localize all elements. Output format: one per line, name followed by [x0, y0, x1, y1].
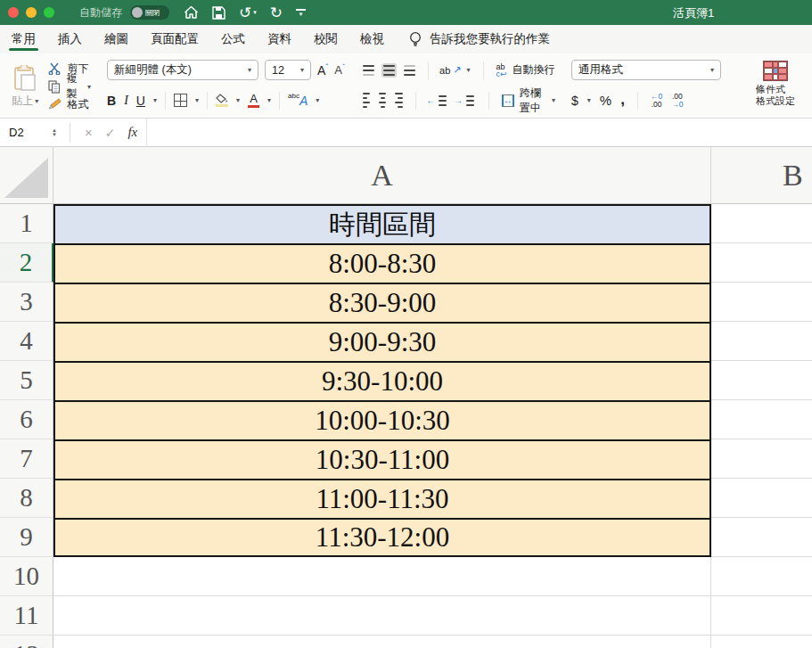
chevron-down-icon[interactable]: ▾: [195, 96, 199, 104]
cell-a8[interactable]: 11:00-11:30: [55, 480, 709, 520]
row-header-7[interactable]: 7: [0, 439, 53, 479]
name-box-spinner[interactable]: ▲▼: [52, 128, 57, 137]
cell-a1[interactable]: 時間區間: [55, 206, 709, 245]
redo-button[interactable]: ↻: [270, 5, 283, 21]
tab-view[interactable]: 檢視: [359, 26, 385, 53]
autosave-toggle[interactable]: 關閉: [130, 5, 169, 20]
number-group: 通用格式 ▾ $ ▾ % , ←0.00 .00→0: [571, 58, 721, 115]
chevron-down-icon[interactable]: ▾: [153, 96, 157, 104]
cell-a9[interactable]: 11:30-12:00: [55, 520, 709, 555]
paste-button[interactable]: 貼上▾: [7, 58, 43, 115]
select-all-corner[interactable]: [0, 147, 53, 204]
font-size-select[interactable]: 12 ▾: [265, 60, 311, 80]
align-right-button[interactable]: [393, 91, 404, 110]
cell-a2[interactable]: 8:00-8:30: [55, 245, 709, 284]
column-header-a[interactable]: A: [53, 147, 710, 204]
formula-input[interactable]: [146, 119, 812, 146]
italic-button[interactable]: I: [124, 94, 128, 108]
align-left-button[interactable]: [361, 91, 372, 110]
chevron-down-icon[interactable]: ▾: [316, 96, 319, 104]
ribbon-display-options-icon[interactable]: ▾: [296, 9, 306, 16]
gridline-row[interactable]: [53, 557, 812, 596]
chevron-down-icon[interactable]: ▾: [587, 96, 591, 104]
font-color-icon[interactable]: A: [248, 93, 259, 108]
zoom-window-button[interactable]: [44, 7, 54, 18]
cell-area: 時間區間 8:00-8:30 8:30-9:00 9:00-9:30 9:30-…: [53, 204, 812, 648]
number-format-select[interactable]: 通用格式 ▾: [571, 60, 721, 80]
percent-format-button[interactable]: %: [600, 93, 611, 108]
cell-a5[interactable]: 9:30-10:00: [55, 363, 709, 402]
currency-format-button[interactable]: $: [571, 94, 578, 108]
chevron-down-icon[interactable]: ▾: [467, 66, 471, 74]
enter-icon[interactable]: ✓: [105, 126, 116, 140]
comma-format-button[interactable]: ,: [620, 97, 625, 103]
tab-page-layout[interactable]: 頁面配置: [150, 26, 200, 53]
increase-font-size-button[interactable]: Aˆ: [317, 62, 328, 78]
cell-a3[interactable]: 8:30-9:00: [55, 284, 709, 324]
window-controls: [8, 7, 54, 18]
undo-button[interactable]: ↺▾: [239, 5, 257, 21]
tab-data[interactable]: 資料: [267, 26, 292, 53]
decrease-indent-button[interactable]: ←: [426, 94, 448, 108]
cell-a4[interactable]: 9:00-9:30: [55, 324, 709, 363]
row-header-8[interactable]: 8: [0, 479, 53, 518]
decrease-font-size-button[interactable]: Aˇ: [334, 62, 345, 77]
ribbon-tab-bar: 常用 插入 繪圖 頁面配置 公式 資料 校閱 檢視 告訴我您要執行的作業: [0, 25, 812, 53]
tab-home[interactable]: 常用: [11, 26, 37, 53]
increase-decimal-button[interactable]: ←0.00: [651, 93, 662, 109]
cancel-icon[interactable]: ×: [85, 125, 93, 140]
gridline-row[interactable]: [53, 596, 812, 636]
row-header-2[interactable]: 2: [0, 243, 53, 283]
insert-function-icon[interactable]: fx: [127, 125, 137, 140]
row-header-3[interactable]: 3: [0, 283, 53, 322]
tab-formulas[interactable]: 公式: [220, 26, 246, 53]
row-header-6[interactable]: 6: [0, 400, 53, 439]
tab-draw[interactable]: 繪圖: [103, 26, 129, 53]
format-painter-button[interactable]: 格式: [48, 95, 91, 113]
underline-button[interactable]: U: [136, 94, 145, 108]
wrap-text-icon: abc↩: [496, 63, 507, 78]
align-bottom-button[interactable]: [402, 63, 417, 78]
document-title: 活頁簿1: [673, 5, 714, 21]
cell-a6[interactable]: 10:00-10:30: [55, 402, 709, 441]
text-orientation-button[interactable]: ab↗: [439, 64, 461, 76]
column-header-b[interactable]: B: [710, 147, 812, 204]
chevron-down-icon[interactable]: ▾: [267, 96, 271, 104]
font-name-select[interactable]: 新細明體 (本文) ▾: [107, 60, 258, 80]
row-header-12[interactable]: 12: [0, 636, 53, 648]
minimize-window-button[interactable]: [26, 7, 37, 18]
save-icon[interactable]: [212, 6, 226, 20]
decrease-decimal-button[interactable]: .00→0: [671, 93, 683, 109]
gridline-row[interactable]: [53, 636, 812, 648]
row-header-1[interactable]: 1: [0, 204, 53, 243]
phonetic-guide-icon[interactable]: abcA: [288, 94, 308, 108]
row-header-11[interactable]: 11: [0, 596, 53, 636]
row-header-4[interactable]: 4: [0, 322, 53, 361]
align-top-button[interactable]: [361, 63, 376, 78]
align-middle-button[interactable]: [381, 63, 397, 78]
row-header-9[interactable]: 9: [0, 518, 53, 557]
cell-a7[interactable]: 10:30-11:00: [55, 441, 709, 480]
row-header-10[interactable]: 10: [0, 557, 53, 596]
bold-button[interactable]: B: [107, 94, 116, 108]
tab-review[interactable]: 校閱: [313, 26, 339, 53]
autosave-state-label: 關閉: [145, 8, 160, 18]
chevron-down-icon[interactable]: ▾: [552, 96, 555, 104]
close-window-button[interactable]: [8, 7, 19, 18]
chevron-down-icon: ▾: [87, 83, 91, 91]
align-center-button[interactable]: [377, 91, 388, 110]
copy-button[interactable]: 複製 ▾: [48, 78, 91, 95]
name-box[interactable]: D2: [0, 126, 50, 139]
borders-icon[interactable]: [174, 94, 187, 107]
merge-center-button[interactable]: 跨欄置中: [520, 86, 546, 116]
increase-indent-button[interactable]: →: [454, 94, 476, 108]
format-painter-icon: [48, 98, 62, 111]
tell-me-search[interactable]: 告訴我您要執行的作業: [409, 31, 550, 47]
wrap-text-button[interactable]: 自動換行: [513, 62, 555, 78]
row-header-5[interactable]: 5: [0, 361, 53, 400]
tab-insert[interactable]: 插入: [57, 26, 83, 53]
home-icon[interactable]: [184, 5, 199, 20]
conditional-formatting-button[interactable]: 條件式 格式設定: [737, 58, 812, 115]
chevron-down-icon[interactable]: ▾: [236, 96, 240, 104]
fill-color-icon[interactable]: [216, 94, 228, 107]
